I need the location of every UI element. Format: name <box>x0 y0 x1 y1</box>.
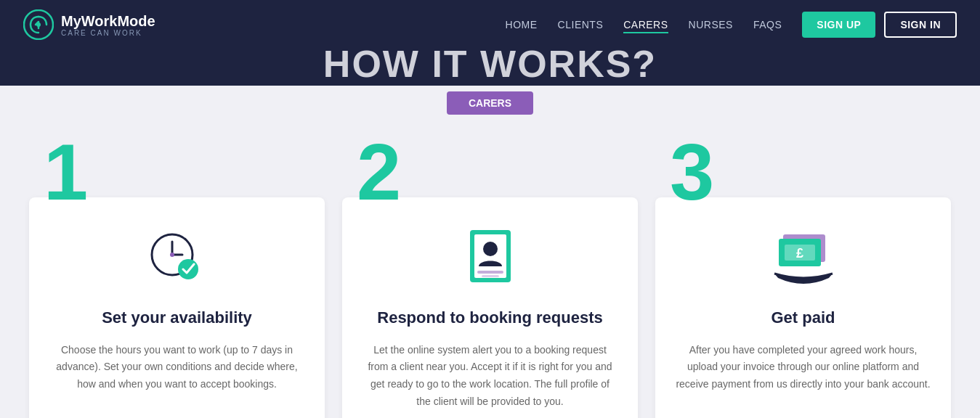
nav-link-carers[interactable]: CARERS <box>623 19 668 33</box>
step-1-icon-area <box>141 221 214 293</box>
step-3-icon-area: £ <box>767 221 840 293</box>
steps-container: 1 Se <box>29 132 951 418</box>
step-3-card: £ Get paid After you have completed your… <box>655 197 951 418</box>
nav-buttons: SIGN UP SIGN IN <box>802 12 957 38</box>
step-2-title: Respond to booking requests <box>377 308 602 329</box>
carers-tab-button[interactable]: CARERS <box>447 91 533 115</box>
step-3-wrapper: 3 £ <box>655 132 951 418</box>
svg-point-9 <box>483 242 498 256</box>
nav-links: HOME CLIENTS CARERS NURSES FAQs <box>506 18 782 31</box>
step-2-wrapper: 2 <box>342 132 638 418</box>
signup-button[interactable]: SIGN UP <box>802 12 875 38</box>
payment-icon: £ <box>767 224 840 290</box>
profile-card-icon <box>461 224 519 290</box>
svg-point-6 <box>170 253 174 257</box>
svg-rect-11 <box>482 275 499 277</box>
step-3-title: Get paid <box>771 308 835 329</box>
nav-link-nurses[interactable]: NURSES <box>689 19 733 30</box>
nav-item-home[interactable]: HOME <box>506 18 538 31</box>
step-2-card: Respond to booking requests Let the onli… <box>342 197 638 418</box>
logo-name: MyWorkMode <box>61 13 155 29</box>
logo[interactable]: MyWorkMode CARE CAN WORK <box>23 9 155 40</box>
logo-icon <box>23 9 54 40</box>
svg-text:£: £ <box>795 246 803 261</box>
step-1-title: Set your availability <box>102 308 252 329</box>
logo-text: MyWorkMode CARE CAN WORK <box>61 13 155 37</box>
main-content: 1 Se <box>0 118 980 418</box>
step-2-desc: Let the online system alert you to a boo… <box>363 342 617 411</box>
nav-link-home[interactable]: HOME <box>506 19 538 30</box>
navbar: MyWorkMode CARE CAN WORK HOME CLIENTS CA… <box>0 0 980 49</box>
nav-link-faqs[interactable]: FAQs <box>753 19 782 30</box>
nav-item-clients[interactable]: CLIENTS <box>558 18 604 31</box>
nav-item-faqs[interactable]: FAQs <box>753 18 782 31</box>
nav-item-carers[interactable]: CARERS <box>623 18 668 31</box>
svg-point-1 <box>36 22 41 27</box>
step-1-wrapper: 1 Se <box>29 132 325 418</box>
svg-point-5 <box>178 259 198 279</box>
hero-title: HOW IT WORKS? <box>323 49 657 86</box>
nav-item-nurses[interactable]: NURSES <box>689 18 733 31</box>
signin-button[interactable]: SIGN IN <box>884 12 957 38</box>
step-2-icon-area <box>454 221 527 293</box>
nav-link-clients[interactable]: CLIENTS <box>558 19 604 30</box>
svg-rect-10 <box>477 271 503 274</box>
step-1-desc: Choose the hours you want to work (up to… <box>49 342 304 393</box>
step-1-card: Set your availability Choose the hours y… <box>29 197 325 418</box>
how-it-works-section: HOW IT WORKS? CARERS <box>0 49 980 118</box>
step-3-desc: After you have completed your agreed wor… <box>676 342 931 393</box>
logo-tagline: CARE CAN WORK <box>61 29 155 37</box>
clock-icon <box>145 224 210 290</box>
